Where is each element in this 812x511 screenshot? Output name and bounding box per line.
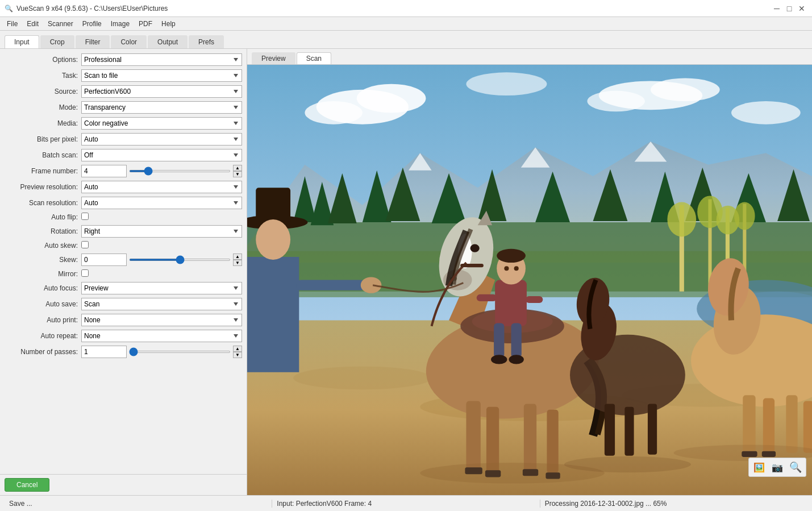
menu-scanner[interactable]: Scanner [43, 19, 78, 29]
skew-slider[interactable] [129, 259, 231, 261]
svg-point-48 [470, 244, 480, 252]
mirror-label: Mirror: [5, 270, 81, 278]
tab-color[interactable]: Color [111, 35, 147, 48]
media-dropdown[interactable]: Color negative Color positive B&W negati… [81, 117, 242, 130]
auto-focus-dropdown[interactable]: Preview Scan None [81, 282, 242, 294]
svg-point-37 [293, 367, 431, 390]
menu-help[interactable]: Help [157, 19, 180, 29]
bits-per-pixel-dropdown[interactable]: Auto 8 16 24 48 [81, 133, 242, 146]
number-of-passes-input[interactable] [81, 346, 127, 358]
maximize-button[interactable]: □ [784, 3, 795, 14]
status-processing: Processing 2016-12-31-0002.jpg ... 65% [540, 500, 807, 508]
auto-repeat-dropdown[interactable]: None On [81, 330, 242, 342]
auto-focus-label: Auto focus: [5, 284, 81, 292]
svg-rect-68 [494, 323, 504, 358]
menu-bar: File Edit Scanner Profile Image PDF Help [0, 17, 812, 31]
menu-profile[interactable]: Profile [78, 19, 106, 29]
svg-rect-90 [605, 404, 615, 456]
close-button[interactable]: ✕ [796, 3, 807, 14]
number-of-passes-row: Number of passes: ▲ ▼ [2, 346, 244, 358]
task-dropdown[interactable]: Scan to file Scan to email Scan to print… [81, 69, 242, 82]
skew-input[interactable] [81, 254, 127, 266]
frame-number-row: Frame number: ▲ ▼ [2, 165, 244, 177]
preview-photo-button1[interactable]: 🖼️ [751, 459, 767, 475]
auto-repeat-label: Auto repeat: [5, 332, 81, 340]
status-input: Input: PerfectionV600 Frame: 4 [272, 500, 540, 508]
bits-per-pixel-label: Bits per pixel: [5, 135, 81, 143]
preview-tab-scan[interactable]: Scan [297, 52, 331, 64]
status-save: Save ... [5, 500, 272, 508]
right-panel: Preview Scan [247, 49, 812, 495]
cancel-button[interactable]: Cancel [5, 478, 49, 492]
auto-skew-label: Auto skew: [5, 242, 81, 250]
auto-skew-row: Auto skew: [2, 241, 244, 250]
scan-resolution-dropdown[interactable]: Auto 300 600 1200 2400 [81, 197, 242, 209]
options-dropdown[interactable]: Professional Standard Basic [81, 53, 242, 66]
scan-resolution-row: Scan resolution: Auto 300 600 1200 2400 [2, 197, 244, 209]
task-row: Task: Scan to file Scan to email Scan to… [2, 69, 244, 82]
frame-number-down[interactable]: ▼ [233, 171, 242, 177]
auto-save-dropdown[interactable]: Scan Preview None [81, 298, 242, 310]
svg-point-64 [504, 266, 509, 271]
bits-per-pixel-row: Bits per pixel: Auto 8 16 24 48 [2, 133, 244, 146]
svg-point-71 [509, 355, 523, 364]
zoom-in-button[interactable]: 🔍 [788, 459, 803, 475]
menu-pdf[interactable]: PDF [134, 19, 157, 29]
frame-number-up[interactable]: ▲ [233, 165, 242, 171]
options-label: Options: [5, 56, 81, 64]
preview-tab-preview[interactable]: Preview [252, 52, 295, 64]
svg-rect-75 [743, 395, 755, 452]
auto-save-row: Auto save: Scan Preview None [2, 298, 244, 310]
auto-flip-checkbox[interactable] [81, 213, 89, 220]
svg-point-95 [564, 456, 691, 472]
auto-print-dropdown[interactable]: None Preview Scan [81, 314, 242, 326]
svg-point-70 [491, 355, 507, 364]
skew-down[interactable]: ▼ [233, 260, 242, 266]
rotation-row: Rotation: Right Left None 180 [2, 225, 244, 238]
minimize-button[interactable]: ─ [771, 3, 782, 14]
form-content: Options: Professional Standard Basic Tas… [0, 49, 247, 474]
number-of-passes-slider[interactable] [129, 351, 231, 353]
tab-crop[interactable]: Crop [40, 35, 74, 48]
number-of-passes-up[interactable]: ▲ [233, 346, 242, 352]
options-row: Options: Professional Standard Basic [2, 53, 244, 66]
preview-resolution-dropdown[interactable]: Auto 72 150 300 [81, 181, 242, 193]
preview-resolution-label: Preview resolution: [5, 183, 81, 191]
auto-flip-label: Auto flip: [5, 213, 81, 221]
frame-number-slider[interactable] [129, 170, 231, 172]
mirror-checkbox[interactable] [81, 269, 89, 277]
tab-prefs[interactable]: Prefs [189, 35, 224, 48]
number-of-passes-down[interactable]: ▼ [233, 352, 242, 358]
svg-point-3 [305, 101, 362, 124]
menu-file[interactable]: File [2, 19, 22, 29]
auto-flip-row: Auto flip: [2, 213, 244, 222]
batch-scan-label: Batch scan: [5, 151, 81, 159]
svg-rect-61 [495, 280, 527, 326]
svg-rect-81 [247, 257, 299, 372]
app-icon: 🔍 [5, 5, 13, 13]
menu-image[interactable]: Image [106, 19, 134, 29]
svg-rect-69 [511, 323, 522, 358]
mode-dropdown[interactable]: Transparency Reflective [81, 101, 242, 114]
source-row: Source: PerfectionV600 [2, 85, 244, 98]
auto-skew-checkbox[interactable] [81, 241, 89, 248]
auto-repeat-row: Auto repeat: None On [2, 330, 244, 342]
svg-point-86 [361, 277, 382, 293]
tab-filter[interactable]: Filter [76, 35, 110, 48]
rotation-dropdown[interactable]: Right Left None 180 [81, 225, 242, 238]
source-dropdown[interactable]: PerfectionV600 [81, 85, 242, 98]
batch-scan-dropdown[interactable]: Off On [81, 149, 242, 161]
preview-toolbar: 🖼️ 📷 🔍 [748, 458, 806, 477]
mode-label: Mode: [5, 103, 81, 111]
skew-up[interactable]: ▲ [233, 254, 242, 260]
scan-resolution-label: Scan resolution: [5, 199, 81, 207]
mode-row: Mode: Transparency Reflective [2, 101, 244, 114]
frame-number-input[interactable] [81, 165, 127, 177]
svg-rect-52 [524, 404, 536, 472]
preview-photo-button2[interactable]: 📷 [769, 459, 785, 475]
menu-edit[interactable]: Edit [22, 19, 43, 29]
tab-output[interactable]: Output [148, 35, 188, 48]
tab-input[interactable]: Input [5, 35, 39, 48]
svg-point-63 [497, 249, 526, 263]
batch-scan-row: Batch scan: Off On [2, 149, 244, 161]
